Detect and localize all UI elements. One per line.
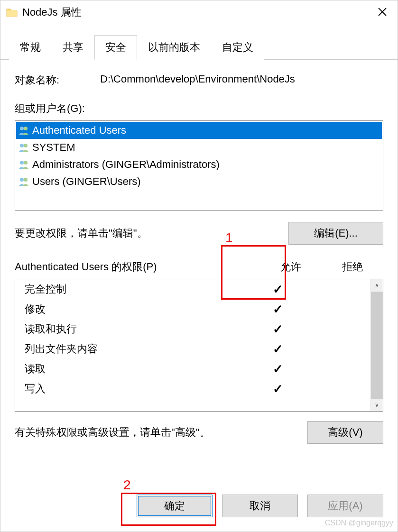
scroll-down-icon[interactable]: ∨ (371, 399, 383, 411)
list-item-label: SYSTEM (32, 141, 75, 154)
svg-point-9 (24, 178, 28, 182)
permission-row: 修改 ✓ (15, 299, 370, 319)
object-name-label: 对象名称: (15, 73, 100, 87)
advanced-row: 有关特殊权限或高级设置，请单击"高级"。 高级(V) (15, 421, 383, 444)
svg-point-8 (20, 178, 24, 182)
cancel-button[interactable]: 取消 (222, 495, 298, 517)
advanced-hint-text: 有关特殊权限或高级设置，请单击"高级"。 (15, 425, 210, 440)
deny-column-header: 拒绝 (322, 260, 383, 274)
tab-sharing[interactable]: 共享 (52, 35, 94, 60)
permission-name: 读取 (25, 362, 247, 376)
list-item[interactable]: SYSTEM (16, 139, 382, 156)
advanced-button[interactable]: 高级(V) (307, 421, 383, 444)
tab-content: 对象名称: D:\Common\develop\Environment\Node… (0, 60, 398, 480)
users-listbox[interactable]: Authenticated Users SYSTEM Administrator… (15, 120, 383, 211)
tab-custom[interactable]: 自定义 (211, 35, 264, 60)
allow-check-icon: ✓ (247, 382, 309, 396)
permission-name: 修改 (25, 302, 247, 316)
svg-point-3 (24, 127, 28, 130)
users-icon (18, 125, 29, 136)
list-item-label: Users (GINGER\Users) (32, 175, 141, 188)
list-item[interactable]: Administrators (GINGER\Administrators) (16, 156, 382, 173)
permission-name: 读取和执行 (25, 322, 247, 336)
tab-previous-versions[interactable]: 以前的版本 (137, 35, 211, 60)
permission-row: 读取和执行 ✓ (15, 319, 370, 339)
permission-name: 列出文件夹内容 (25, 342, 247, 356)
permissions-scrollbar[interactable]: ∧ ∨ (370, 279, 383, 411)
users-icon (18, 176, 29, 187)
close-icon (378, 7, 387, 17)
scroll-up-icon[interactable]: ∧ (371, 279, 383, 292)
close-button[interactable] (373, 5, 392, 20)
tab-strip: 常规 共享 安全 以前的版本 自定义 (0, 24, 398, 60)
permission-row: 读取 ✓ (15, 359, 370, 379)
edit-permissions-row: 要更改权限，请单击"编辑"。 编辑(E)... (15, 222, 383, 245)
tab-security[interactable]: 安全 (94, 35, 137, 60)
tab-general[interactable]: 常规 (9, 35, 52, 60)
permissions-rows: 完全控制 ✓ 修改 ✓ 读取和执行 ✓ 列出文件夹内容 ✓ (15, 279, 370, 411)
edit-hint-text: 要更改权限，请单击"编辑"。 (15, 226, 148, 240)
list-item-label: Authenticated Users (32, 124, 126, 137)
allow-check-icon: ✓ (247, 322, 309, 337)
allow-check-icon: ✓ (247, 342, 309, 357)
svg-point-7 (24, 161, 28, 165)
titlebar-left: NodeJs 属性 (6, 5, 82, 19)
list-item[interactable]: Authenticated Users (16, 122, 382, 139)
apply-button[interactable]: 应用(A) (307, 495, 383, 517)
allow-check-icon: ✓ (247, 362, 309, 376)
permissions-header: Authenticated Users 的权限(P) 允许 拒绝 (15, 260, 383, 274)
watermark-text: CSDN @gingerqgyy (325, 519, 393, 527)
scroll-thumb[interactable] (371, 292, 383, 399)
svg-point-2 (20, 127, 24, 130)
group-users-label: 组或用户名(G): (15, 101, 383, 116)
allow-check-icon: ✓ (247, 282, 309, 297)
users-icon (18, 159, 29, 170)
folder-icon (6, 8, 18, 17)
svg-point-4 (20, 144, 24, 147)
edit-button[interactable]: 编辑(E)... (288, 222, 383, 245)
ok-button[interactable]: 确定 (137, 495, 213, 517)
svg-point-5 (24, 144, 28, 147)
object-name-row: 对象名称: D:\Common\develop\Environment\Node… (15, 73, 383, 87)
permission-row: 列出文件夹内容 ✓ (15, 339, 370, 359)
permissions-for-label: Authenticated Users 的权限(P) (15, 260, 260, 274)
properties-dialog: NodeJs 属性 常规 共享 安全 以前的版本 自定义 对象名称: D:\Co… (0, 0, 398, 532)
permission-row: 写入 ✓ (15, 379, 370, 399)
svg-point-6 (20, 161, 24, 165)
permissions-listbox: 完全控制 ✓ 修改 ✓ 读取和执行 ✓ 列出文件夹内容 ✓ (15, 279, 383, 412)
permission-row: 完全控制 ✓ (15, 279, 370, 299)
object-name-value: D:\Common\develop\Environment\NodeJs (100, 73, 295, 87)
allow-check-icon: ✓ (247, 302, 309, 317)
users-icon (18, 142, 29, 153)
permission-name: 写入 (25, 382, 247, 396)
allow-column-header: 允许 (260, 260, 322, 274)
permission-name: 完全控制 (25, 282, 247, 296)
list-item[interactable]: Users (GINGER\Users) (16, 173, 382, 190)
window-title: NodeJs 属性 (22, 5, 82, 19)
titlebar: NodeJs 属性 (0, 0, 398, 24)
list-item-label: Administrators (GINGER\Administrators) (32, 158, 220, 171)
